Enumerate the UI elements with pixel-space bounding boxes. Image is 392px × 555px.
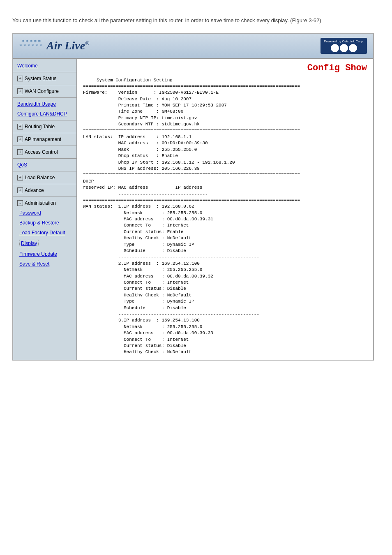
expand-icon-admin: - xyxy=(17,200,23,206)
router-frame: ≋≋≋≋≋ ≋≋≋≋≋≋ Air Live® Powered by OvisLi… xyxy=(12,33,374,361)
sidebar-item-display[interactable]: Display xyxy=(13,238,76,249)
page-title: Config Show xyxy=(83,63,367,73)
sidebar: Welcome + System Status + WAN Configure … xyxy=(13,59,77,360)
sidebar-item-lan-dhcp[interactable]: Configure LAN&DHCP xyxy=(13,109,76,119)
main-content: Config Show System Configuration Setting… xyxy=(77,59,373,360)
expand-icon-routing: + xyxy=(17,124,23,130)
expand-icon-system: + xyxy=(17,76,23,81)
expand-icon-ap: + xyxy=(17,136,23,142)
logo-area: ≋≋≋≋≋ ≋≋≋≋≋≋ Air Live® xyxy=(19,39,90,52)
sidebar-item-save-reset[interactable]: Save & Reset xyxy=(13,259,76,269)
sidebar-item-password[interactable]: Password xyxy=(13,208,76,218)
sidebar-item-administration[interactable]: - Administration xyxy=(13,198,76,208)
sidebar-item-load-factory[interactable]: Load Factory Default xyxy=(13,228,76,238)
powered-badge: Powered by OvisLink Corp. xyxy=(321,38,367,54)
sidebar-item-firmware-update[interactable]: Firmware Update xyxy=(13,249,76,259)
sidebar-item-load-balance[interactable]: + Load Balance xyxy=(13,173,76,183)
router-header: ≋≋≋≋≋ ≋≋≋≋≋≋ Air Live® Powered by OvisLi… xyxy=(13,34,373,59)
sidebar-item-system-status[interactable]: + System Status xyxy=(13,74,76,83)
logo-text: Air Live® xyxy=(46,39,90,52)
expand-icon-advance: + xyxy=(17,187,23,193)
sidebar-item-access-control[interactable]: + Access Control xyxy=(13,147,76,157)
expand-icon-wan: + xyxy=(17,88,23,94)
expand-icon-access: + xyxy=(17,149,23,155)
config-display: System Configuration Setting ===========… xyxy=(83,77,367,356)
sidebar-item-ap-management[interactable]: + AP management xyxy=(13,134,76,144)
sidebar-item-routing[interactable]: + Routing Table xyxy=(13,122,76,132)
sidebar-item-advance[interactable]: + Advance xyxy=(13,185,76,195)
router-body: Welcome + System Status + WAN Configure … xyxy=(13,59,373,360)
sidebar-item-wan-configure[interactable]: + WAN Configure xyxy=(13,86,76,96)
sidebar-item-welcome[interactable]: Welcome xyxy=(13,61,76,71)
intro-paragraph: You can use this function to check all t… xyxy=(12,16,380,25)
sidebar-item-backup-restore[interactable]: Backup & Restore xyxy=(13,218,76,228)
sidebar-item-bandwidth[interactable]: Bandwidth Usage xyxy=(13,99,76,109)
sidebar-item-qos[interactable]: QoS xyxy=(13,160,76,170)
expand-icon-load: + xyxy=(17,175,23,180)
